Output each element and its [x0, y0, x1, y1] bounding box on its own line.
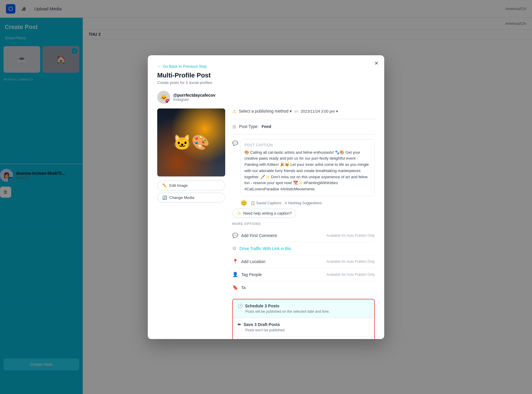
- option-available-2: Available for Auto Publish Only: [326, 260, 375, 264]
- left-column: 🐱🎨 ✏️ Edit Image 🔄 Change Media: [157, 108, 225, 339]
- profile-row: 🐱 📷 @purrfectdaycafecov Instagram: [157, 91, 375, 104]
- option-label-0: Add First Comment: [241, 233, 323, 238]
- link-icon: ⚙: [232, 246, 236, 251]
- post-type-row: ⊞ Post Type: Feed: [232, 124, 375, 134]
- ai-help-label: Need help writing a caption?: [243, 211, 292, 215]
- change-media-button[interactable]: 🔄 Change Media: [157, 193, 225, 202]
- on-label: on: [294, 109, 298, 114]
- modal: × ← Go Back to Previous Step Multi-Profi…: [148, 55, 384, 339]
- modal-overlay: × ← Go Back to Previous Step Multi-Profi…: [0, 0, 532, 394]
- datetime-button[interactable]: 2023/11/24 3:00 pm ▾: [301, 109, 338, 114]
- change-media-label: Change Media: [169, 195, 194, 200]
- profile-platform: Instagram: [173, 98, 215, 102]
- instagram-badge: 📷: [166, 99, 170, 104]
- hashtag-icon: #: [285, 201, 287, 205]
- caption-container: Post Caption 🎨 Calling all cat-tastic ar…: [241, 139, 375, 207]
- option-label-2: Add Location: [241, 259, 323, 264]
- datetime-arrow: ▾: [336, 109, 338, 114]
- ai-help-icon: ✨: [237, 211, 241, 215]
- ai-help-button[interactable]: ✨ Need help writing a caption?: [232, 209, 296, 218]
- caption-footer: 🙂 📋 Saved Captions # Hashtag Suggestions: [241, 200, 375, 206]
- edit-image-label: Edit Image: [169, 183, 188, 188]
- option-label-3: Tag People: [241, 272, 323, 277]
- option-row-0: 💬 Add First Comment Available for Auto P…: [232, 229, 375, 242]
- option-label-1: Drive Traffic With Link in Bio: [239, 246, 375, 251]
- location-icon: 📍: [232, 259, 238, 264]
- modal-close-button[interactable]: ×: [374, 60, 378, 67]
- draft-option[interactable]: ✏ Save 3 Draft Posts Posts won't be publ…: [233, 318, 374, 336]
- bookmark-icon: 🔖: [232, 285, 238, 290]
- draft-icon: ✏: [238, 322, 241, 327]
- publishing-popup: 🕐 Schedule 3 Posts Posts will be publish…: [232, 299, 375, 339]
- publishing-method-button[interactable]: Select a publishing method ▾: [239, 109, 292, 114]
- change-media-icon: 🔄: [162, 195, 167, 200]
- back-arrow-icon: ←: [157, 64, 161, 69]
- datetime-value: 2023/11/24 3:00 pm: [301, 109, 335, 114]
- hashtag-suggestions-button[interactable]: # Hashtag Suggestions: [285, 201, 322, 205]
- schedule-option[interactable]: 🕐 Schedule 3 Posts Posts will be publish…: [233, 299, 374, 318]
- modal-content: 🐱🎨 ✏️ Edit Image 🔄 Change Media ⚠ Selec: [157, 108, 375, 339]
- modal-title: Multi-Profile Post: [157, 72, 375, 79]
- profile-handle: @purrfectdaycafecov: [173, 93, 215, 98]
- back-link-label: Go Back to Previous Step: [163, 64, 207, 69]
- profile-info: @purrfectdaycafecov Instagram: [173, 93, 215, 102]
- post-image: 🐱🎨: [157, 108, 225, 176]
- warning-icon: ⚠: [232, 108, 236, 114]
- caption-row: 💬 Post Caption 🎨 Calling all cat-tastic …: [232, 139, 375, 207]
- profile-avatar: 🐱 📷: [157, 91, 170, 104]
- comment-icon: 💬: [232, 233, 238, 238]
- modal-footer: STEP 2 OF 2 ✏️ Save 3 Draft Posts ▲: [233, 336, 374, 339]
- draft-label: Save 3 Draft Posts: [244, 322, 280, 327]
- right-column: ⚠ Select a publishing method ▾ on 2023/1…: [232, 108, 375, 339]
- publishing-method-arrow: ▾: [290, 109, 292, 114]
- saved-captions-icon: 📋: [251, 201, 255, 205]
- option-row-2: 📍 Add Location Available for Auto Publis…: [232, 255, 375, 268]
- draft-option-header: ✏ Save 3 Draft Posts: [238, 322, 369, 327]
- publishing-method-row: ⚠ Select a publishing method ▾ on 2023/1…: [232, 108, 375, 119]
- clock-icon: 🕐: [238, 304, 243, 308]
- schedule-description: Posts will be published on the selected …: [245, 309, 369, 314]
- hashtag-label: Hashtag Suggestions: [288, 201, 322, 205]
- more-options-label: MORE OPTIONS: [232, 222, 375, 226]
- modal-subtitle: Create posts for 3 social profiles: [157, 80, 375, 85]
- caption-icon: 💬: [232, 140, 238, 146]
- option-available-0: Available for Auto Publish Only: [326, 234, 375, 238]
- schedule-option-header: 🕐 Schedule 3 Posts: [238, 304, 369, 308]
- caption-label: Post Caption: [244, 143, 371, 147]
- saved-captions-label: Saved Captions: [256, 201, 281, 205]
- emoji-button[interactable]: 🙂: [241, 200, 247, 206]
- post-type-label: Post Type:: [239, 124, 259, 129]
- option-row-1[interactable]: ⚙ Drive Traffic With Link in Bio: [232, 242, 375, 255]
- tag-icon: 👤: [232, 272, 238, 277]
- option-available-3: Available for Auto Publish Only: [326, 273, 375, 277]
- post-type-value: Feed: [262, 124, 271, 129]
- option-row-3: 👤 Tag People Available for Auto Publish …: [232, 268, 375, 281]
- saved-captions-button[interactable]: 📋 Saved Captions: [251, 201, 281, 205]
- edit-image-icon: ✏️: [162, 183, 167, 188]
- grid-icon: ⊞: [232, 124, 236, 129]
- schedule-label: Schedule 3 Posts: [245, 304, 279, 308]
- caption-section[interactable]: Post Caption 🎨 Calling all cat-tastic ar…: [241, 139, 375, 197]
- draft-description: Posts won't be published.: [245, 328, 369, 332]
- option-row-4: 🔖 Ta: [232, 281, 375, 294]
- caption-text: 🎨 Calling all cat-tastic artists and fel…: [244, 150, 371, 193]
- post-image-inner: 🐱🎨: [157, 108, 225, 176]
- publishing-method-label: Select a publishing method: [239, 109, 288, 114]
- back-link[interactable]: ← Go Back to Previous Step: [157, 64, 207, 69]
- edit-image-button[interactable]: ✏️ Edit Image: [157, 181, 225, 190]
- option-label-4: Ta: [241, 285, 375, 290]
